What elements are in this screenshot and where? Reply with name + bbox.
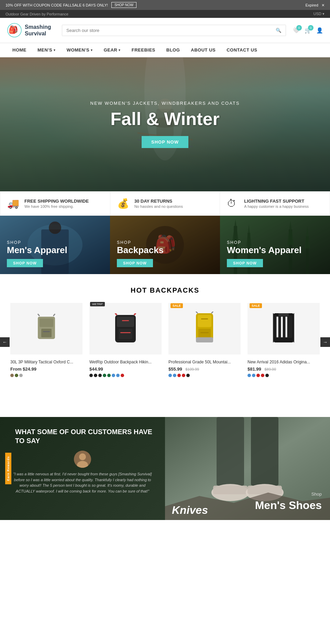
svg-rect-44 [201, 318, 208, 319]
svg-rect-36 [120, 332, 131, 333]
search-button[interactable]: 🔍 [272, 25, 286, 36]
category-womens-apparel[interactable]: SHOP Women's Apparel SHOP NOW [220, 216, 330, 274]
promo-expired-text: Expired [306, 3, 318, 7]
product-card-4: SALE New Arrival [244, 301, 323, 383]
backpack-1-img [33, 313, 60, 344]
products-prev-button[interactable]: ← [0, 337, 10, 347]
color-dot[interactable] [89, 374, 93, 377]
logo[interactable]: 🎒 Smashing Survival [7, 23, 55, 38]
svg-rect-59 [251, 417, 278, 486]
chevron-down-icon: ▾ [54, 48, 56, 52]
header: 🎒 Smashing Survival 🔍 🤍 0 🛒 0 👤 [0, 18, 330, 43]
color-dot[interactable] [107, 374, 111, 377]
hero-shop-now-button[interactable]: SHOP NOW [142, 136, 188, 148]
svg-line-35 [134, 313, 136, 315]
color-dot[interactable] [173, 374, 176, 377]
product-placeholder-3 [168, 303, 241, 354]
promo-close-icon[interactable]: × [322, 2, 324, 8]
product-price-1: From $24.99 [10, 366, 82, 372]
product-placeholder-2 [89, 303, 162, 354]
backpack-3-img [191, 312, 218, 346]
nav-womens-label: WOMEN'S [67, 47, 90, 53]
cart-button[interactable]: 🛒 0 [305, 27, 311, 34]
svg-rect-39 [198, 315, 211, 327]
wishlist-badge: 0 [296, 25, 302, 31]
nav: HOME MEN'S ▾ WOMEN'S ▾ GEAR ▾ FREEBIES B… [0, 43, 330, 57]
account-icon[interactable]: 👤 [316, 27, 323, 34]
testimonials-section: Earn Rewards WHAT SOME OF OUR CUSTOMERS … [0, 417, 165, 520]
hot-backpacks-title: HOT BACKPACKS [0, 286, 330, 294]
color-dot[interactable] [94, 374, 97, 377]
nav-item-mens[interactable]: MEN'S ▾ [32, 43, 61, 57]
wishlist-button[interactable]: 🤍 0 [293, 27, 300, 34]
nav-item-womens[interactable]: WOMEN'S ▾ [61, 43, 98, 57]
feature-shipping-title: FREE SHIPPING WORLDWIDE [24, 199, 89, 204]
category-mens-apparel[interactable]: SHOP Men's Apparel SHOP NOW [0, 216, 110, 274]
mens-shop-label: SHOP [7, 240, 103, 245]
support-icon: ⏱ [227, 198, 239, 209]
product-colors-2 [89, 374, 162, 377]
nav-item-freebies[interactable]: FREEBIES [126, 43, 161, 57]
color-dot[interactable] [256, 374, 260, 377]
product-image-2[interactable]: WETRIP [89, 301, 162, 356]
promo-shop-now-button[interactable]: SHOP NOW [111, 2, 136, 8]
color-dot[interactable] [10, 374, 14, 377]
nav-gear-label: GEAR [104, 47, 118, 53]
product-image-1[interactable] [10, 301, 82, 356]
nav-item-contact[interactable]: CONTACT US [221, 43, 263, 57]
color-dot[interactable] [103, 374, 106, 377]
logo-icon: 🎒 [7, 23, 22, 38]
sale-badge-4: SALE [250, 303, 262, 308]
color-dot[interactable] [186, 374, 190, 377]
color-dot[interactable] [265, 374, 269, 377]
color-dot[interactable] [248, 374, 251, 377]
product-image-4[interactable]: SALE [248, 301, 320, 356]
color-dot[interactable] [116, 374, 120, 377]
color-dot[interactable] [112, 374, 115, 377]
testimonials-title: WHAT SOME OF OUR CUSTOMERS HAVE TO SAY [8, 427, 157, 445]
category-banners: SHOP Men's Apparel SHOP NOW 🎒 SHOP Bac [0, 216, 330, 274]
product-card-3: SALE Professional Grade 50L Mo [165, 301, 244, 383]
shoes-section[interactable]: Shop Men's Shoes Knives [165, 417, 330, 520]
sub-bar: Outdoor Gear Driven by Performance USD ▾ [0, 10, 330, 18]
svg-rect-32 [117, 317, 134, 327]
product-name-3: Professional Grade 50L Mountai... [168, 360, 241, 364]
chevron-down-icon: ▾ [91, 48, 93, 52]
products-next-button[interactable]: → [320, 337, 330, 347]
backpacks-shop-button[interactable]: SHOP NOW [117, 259, 153, 267]
svg-line-29 [53, 314, 55, 316]
color-dot[interactable] [15, 374, 18, 377]
svg-rect-43 [200, 332, 209, 333]
color-dot[interactable] [261, 374, 264, 377]
promo-bar-right: Expired × [306, 2, 324, 8]
product-image-3[interactable]: SALE [168, 301, 241, 356]
feature-returns-title: 30 DAY RETURNS [134, 199, 183, 204]
logo-text: Smashing Survival [25, 24, 51, 37]
womens-shop-label: SHOP [227, 240, 323, 245]
womens-shop-button[interactable]: SHOP NOW [227, 259, 263, 267]
mens-shop-button[interactable]: SHOP NOW [7, 259, 43, 267]
color-dot[interactable] [168, 374, 172, 377]
earn-rewards-tab[interactable]: Earn Rewards [5, 453, 11, 484]
color-dot[interactable] [121, 374, 124, 377]
svg-rect-53 [278, 313, 289, 316]
backpacks-title: Backpacks [117, 245, 213, 256]
hot-backpacks-section: HOT BACKPACKS ← 30L 3P Military Tactical… [0, 286, 330, 383]
nav-item-blog[interactable]: BLOG [161, 43, 186, 57]
color-dot[interactable] [177, 374, 181, 377]
nav-freebies-label: FREEBIES [132, 47, 155, 53]
returns-icon: 💰 [117, 198, 130, 209]
nav-item-gear[interactable]: GEAR ▾ [98, 43, 126, 57]
product-name-2: WetRip Outdoor Backpack Hikin... [89, 360, 162, 364]
currency-selector[interactable]: USD ▾ [314, 12, 324, 16]
svg-rect-37 [122, 320, 129, 321]
color-dot[interactable] [19, 374, 23, 377]
search-input[interactable] [62, 25, 272, 36]
color-dot[interactable] [252, 374, 255, 377]
color-dot[interactable] [98, 374, 102, 377]
svg-rect-33 [119, 329, 132, 339]
nav-item-home[interactable]: HOME [7, 43, 32, 57]
category-backpacks[interactable]: 🎒 SHOP Backpacks SHOP NOW [110, 216, 220, 274]
nav-item-about[interactable]: ABOUT US [185, 43, 221, 57]
color-dot[interactable] [182, 374, 185, 377]
